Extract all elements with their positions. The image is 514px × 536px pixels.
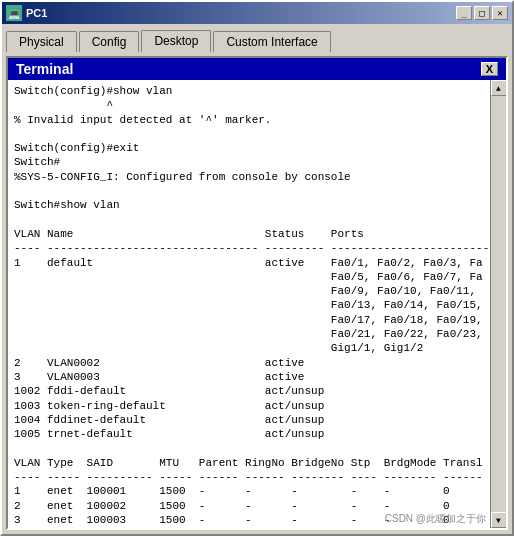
terminal-line: Fa0/9, Fa0/10, Fa0/11, xyxy=(14,284,482,298)
terminal-content: Switch(config)#show vlan ^% Invalid inpu… xyxy=(14,84,482,528)
title-bar-buttons: _ □ ✕ xyxy=(456,6,508,20)
terminal-titlebar: Terminal X xyxy=(8,58,506,80)
tab-bar: Physical Config Desktop Custom Interface xyxy=(2,24,512,52)
window-icon: 💻 xyxy=(6,5,22,21)
terminal-line: VLAN Name Status Ports xyxy=(14,227,482,241)
scroll-up-button[interactable]: ▲ xyxy=(491,80,507,96)
terminal-body[interactable]: Switch(config)#show vlan ^% Invalid inpu… xyxy=(8,80,506,528)
terminal-line: ---- ----- ---------- ----- ------ -----… xyxy=(14,470,482,484)
terminal-line: 2 VLAN0002 active xyxy=(14,356,482,370)
terminal-line: Fa0/17, Fa0/18, Fa0/19, xyxy=(14,313,482,327)
maximize-button[interactable]: □ xyxy=(474,6,490,20)
terminal-line xyxy=(14,127,482,141)
tab-desktop[interactable]: Desktop xyxy=(141,30,211,52)
terminal-line: Switch(config)#exit xyxy=(14,141,482,155)
close-button[interactable]: ✕ xyxy=(492,6,508,20)
watermark: CSDN @此暖加之于你 xyxy=(385,512,486,526)
tab-physical[interactable]: Physical xyxy=(6,31,77,52)
terminal-line: Switch# xyxy=(14,155,482,169)
terminal-line xyxy=(14,213,482,227)
terminal-line: 3 VLAN0003 active xyxy=(14,370,482,384)
terminal-line: 1002 fddi-default act/unsup xyxy=(14,384,482,398)
title-bar-left: 💻 PC1 xyxy=(6,5,47,21)
terminal-line: 1 enet 100001 1500 - - - - - 0 xyxy=(14,484,482,498)
terminal-title: Terminal xyxy=(16,61,73,77)
terminal-line: Fa0/21, Fa0/22, Fa0/23, xyxy=(14,327,482,341)
scroll-down-button[interactable]: ▼ xyxy=(491,512,507,528)
terminal-line: Fa0/13, Fa0/14, Fa0/15, xyxy=(14,298,482,312)
terminal-window: Terminal X Switch(config)#show vlan ^% I… xyxy=(6,56,508,530)
minimize-button[interactable]: _ xyxy=(456,6,472,20)
terminal-line: % Invalid input detected at '^' marker. xyxy=(14,113,482,127)
terminal-line: Switch#show vlan xyxy=(14,198,482,212)
tab-custom-interface[interactable]: Custom Interface xyxy=(213,31,330,52)
main-window: 💻 PC1 _ □ ✕ Physical Config Desktop Cust… xyxy=(0,0,514,536)
terminal-line: 1003 token-ring-default act/unsup xyxy=(14,399,482,413)
terminal-close-button[interactable]: X xyxy=(481,62,498,76)
scroll-track[interactable] xyxy=(491,96,506,512)
terminal-line: 1004 fddinet-default act/unsup xyxy=(14,413,482,427)
terminal-scrollbar[interactable]: ▲ ▼ xyxy=(490,80,506,528)
terminal-line: --More-- xyxy=(14,527,482,528)
title-bar: 💻 PC1 _ □ ✕ xyxy=(2,2,512,24)
content-area: Terminal X Switch(config)#show vlan ^% I… xyxy=(2,52,512,534)
window-title: PC1 xyxy=(26,7,47,19)
terminal-line: ---- -------------------------------- --… xyxy=(14,241,482,255)
terminal-line: 1 default active Fa0/1, Fa0/2, Fa0/3, Fa xyxy=(14,256,482,270)
tab-config[interactable]: Config xyxy=(79,31,140,52)
terminal-line: 1005 trnet-default act/unsup xyxy=(14,427,482,441)
terminal-line: Fa0/5, Fa0/6, Fa0/7, Fa xyxy=(14,270,482,284)
terminal-line: VLAN Type SAID MTU Parent RingNo BridgeN… xyxy=(14,456,482,470)
terminal-line xyxy=(14,441,482,455)
terminal-line: Switch(config)#show vlan xyxy=(14,84,482,98)
terminal-line: Gig1/1, Gig1/2 xyxy=(14,341,482,355)
terminal-line: %SYS-5-CONFIG_I: Configured from console… xyxy=(14,170,482,184)
terminal-line xyxy=(14,184,482,198)
terminal-line: ^ xyxy=(14,98,482,112)
terminal-line: 2 enet 100002 1500 - - - - - 0 xyxy=(14,499,482,513)
